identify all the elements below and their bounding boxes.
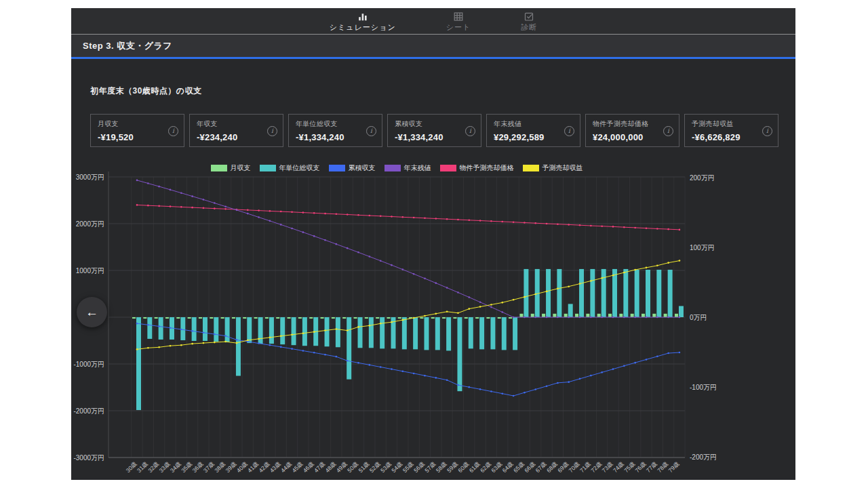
summary-card-residual: 年末残値 i ¥29,292,589 [486,114,580,147]
svg-text:1000万円: 1000万円 [76,267,104,274]
info-icon[interactable]: i [564,126,574,136]
tab-sheet-label: シート [446,22,471,33]
top-navigation: シミュレーション シート 診断 [71,8,795,34]
svg-text:63歳: 63歳 [490,460,503,474]
svg-text:-3000万円: -3000万円 [73,454,104,462]
card-label: 累積収支 [395,119,475,129]
tab-simulation-label: シミュレーション [330,22,396,33]
svg-text:-1000万円: -1000万円 [73,361,104,368]
info-icon[interactable]: i [663,126,673,136]
svg-text:44歳: 44歳 [279,460,293,474]
card-value: -¥1,334,240 [395,132,443,142]
tab-diagnosis[interactable]: 診断 [521,10,537,33]
svg-text:53歳: 53歳 [379,460,393,474]
legend-label: 月収支 [231,163,251,173]
bar-chart-icon [357,12,368,22]
svg-text:36歳: 36歳 [191,460,205,474]
bar-series-1 [136,269,684,410]
svg-text:47歳: 47歳 [313,460,326,474]
back-button[interactable]: ← [77,297,107,327]
svg-text:100万円: 100万円 [690,244,715,251]
svg-text:38歳: 38歳 [213,460,226,474]
svg-text:31歳: 31歳 [136,460,149,474]
card-label: 年収支 [197,119,277,129]
check-square-icon [524,12,534,22]
legend-item[interactable]: 累積収支 [329,163,376,173]
card-label: 月収支 [98,119,178,129]
svg-text:65歳: 65歳 [512,460,526,474]
svg-text:35歳: 35歳 [180,460,193,474]
svg-text:61歳: 61歳 [468,460,481,474]
info-icon[interactable]: i [465,126,475,136]
svg-text:56歳: 56歳 [412,460,426,474]
svg-text:51歳: 51歳 [357,460,370,474]
svg-text:69歳: 69歳 [556,460,570,474]
svg-text:76歳: 76歳 [634,460,648,474]
tab-simulation[interactable]: シミュレーション [330,10,396,33]
legend-item[interactable]: 年末残値 [384,163,431,173]
info-icon[interactable]: i [762,126,772,136]
svg-text:40歳: 40歳 [235,460,249,474]
summary-card-annual-total: 年単位総収支 i -¥1,334,240 [288,114,382,147]
legend-label: 年単位総収支 [279,163,320,173]
legend-label: 累積収支 [349,163,376,173]
svg-text:32歳: 32歳 [146,460,160,474]
chart-legend: 月収支年単位総収支累積収支年末残値物件予測売却価格予測売却収益 [108,163,685,173]
svg-text:72歳: 72歳 [589,460,603,474]
svg-text:52歳: 52歳 [368,460,382,474]
svg-text:2000万円: 2000万円 [76,220,104,228]
card-value: -¥234,240 [197,132,237,142]
svg-text:0万円: 0万円 [690,314,707,321]
legend-item[interactable]: 物件予測売却価格 [440,163,514,173]
legend-item[interactable]: 予測売却収益 [523,163,583,173]
svg-text:70歳: 70歳 [568,460,581,474]
card-label: 予測売却収益 [692,119,772,129]
svg-text:41歳: 41歳 [246,460,260,474]
card-value: ¥24,000,000 [593,132,644,142]
legend-label: 予測売却収益 [542,163,583,173]
legend-item[interactable]: 年単位総収支 [260,163,320,173]
svg-text:48歳: 48歳 [324,460,338,474]
svg-text:57歳: 57歳 [423,460,437,474]
grid-icon [453,12,464,22]
card-label: 年単位総収支 [296,119,376,129]
svg-text:58歳: 58歳 [435,460,448,474]
svg-text:46歳: 46歳 [302,460,315,474]
svg-text:66歳: 66歳 [523,460,536,474]
info-icon[interactable]: i [267,126,277,136]
legend-color-chip [384,165,401,171]
svg-text:200万円: 200万円 [690,174,715,182]
svg-text:62歳: 62歳 [479,460,492,474]
svg-text:54歳: 54歳 [390,460,403,474]
svg-text:43歳: 43歳 [269,460,282,474]
svg-text:59歳: 59歳 [446,460,459,474]
svg-text:78歳: 78歳 [656,460,669,474]
legend-color-chip [329,165,345,171]
legend-color-chip [260,165,276,171]
card-value: ¥29,292,589 [494,132,545,142]
info-icon[interactable]: i [366,126,376,136]
legend-item[interactable]: 月収支 [211,163,251,173]
card-value: -¥19,520 [98,132,134,142]
svg-text:39歳: 39歳 [224,460,238,474]
summary-card-yearly: 年収支 i -¥234,240 [189,114,283,147]
summary-card-monthly: 月収支 i -¥19,520 [90,114,184,147]
legend-color-chip [523,165,539,171]
svg-text:79歳: 79歳 [667,460,681,474]
info-icon[interactable]: i [168,126,178,136]
svg-text:-2000万円: -2000万円 [73,407,104,415]
svg-text:77歳: 77歳 [645,460,658,474]
step-title: Step 3. 収支・グラフ [71,40,172,52]
card-label: 年末残値 [494,119,574,129]
svg-text:-200万円: -200万円 [690,453,717,461]
svg-text:34歳: 34歳 [169,460,182,474]
svg-text:67歳: 67歳 [534,460,548,474]
summary-cards: 月収支 i -¥19,520 年収支 i -¥234,240 年単位総収支 i … [90,114,778,147]
svg-text:60歳: 60歳 [456,460,470,474]
card-value: -¥6,626,829 [692,132,741,142]
svg-text:64歳: 64歳 [501,460,515,474]
svg-text:45歳: 45歳 [291,460,304,474]
tab-sheet[interactable]: シート [446,10,471,33]
accent-bar [71,57,795,59]
app-window: シミュレーション シート 診断 Step 3. 収支・グラフ [71,8,795,480]
